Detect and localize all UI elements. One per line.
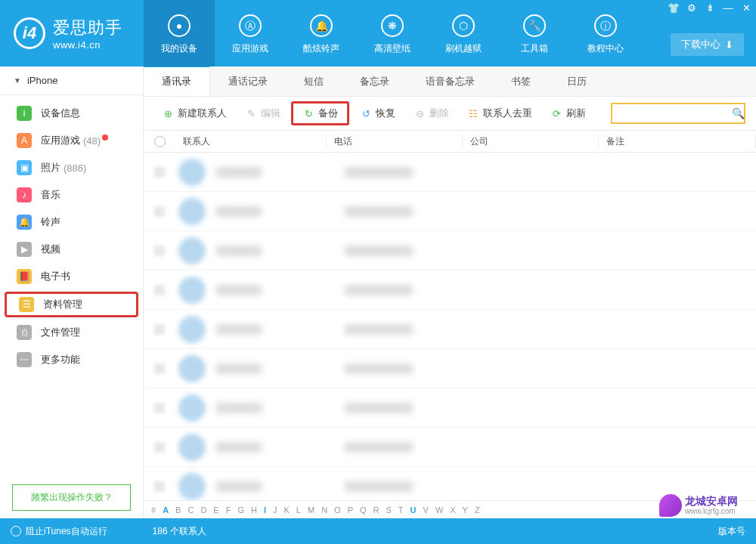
alpha-S[interactable]: S	[386, 505, 392, 515]
sidebar-item-铃声[interactable]: 🔔铃声	[0, 209, 143, 236]
table-row[interactable]	[144, 231, 756, 270]
dropdown-icon[interactable]: ⇟	[703, 2, 717, 14]
sub-tab-1[interactable]: 通话记录	[210, 66, 286, 96]
alpha-W[interactable]: W	[435, 505, 443, 515]
table-row[interactable]	[144, 153, 756, 192]
refresh-button[interactable]: ⟳ 刷新	[543, 104, 593, 123]
avatar	[178, 277, 206, 304]
info-icon: ⓘ	[592, 12, 619, 39]
wrench-icon: 🔧	[521, 12, 548, 39]
sidebar-item-更多功能[interactable]: ⋯更多功能	[0, 346, 143, 373]
avatar	[178, 316, 206, 343]
avatar	[178, 394, 206, 422]
alpha-H[interactable]: H	[251, 505, 257, 515]
col-note[interactable]: 备注	[599, 135, 756, 148]
alpha-#[interactable]: #	[151, 505, 156, 515]
alpha-T[interactable]: T	[398, 505, 404, 515]
help-link[interactable]: 频繁出现操作失败？	[12, 484, 131, 511]
nav-tab-apple[interactable]: ●我的设备	[144, 0, 215, 66]
col-contact[interactable]: 联系人	[175, 135, 327, 148]
itunes-toggle[interactable]: 阻止iTunes自动运行	[26, 525, 107, 538]
notification-dot	[102, 134, 108, 141]
alpha-D[interactable]: D	[200, 505, 206, 515]
table-row[interactable]	[144, 388, 756, 428]
alpha-A[interactable]: A	[163, 505, 169, 515]
toggle-icon[interactable]	[11, 526, 21, 536]
alpha-Y[interactable]: Y	[463, 505, 468, 515]
backup-button[interactable]: ↻ 备份	[291, 101, 349, 125]
nav-tabs: ●我的设备Ⓐ应用游戏🔔酷炫铃声❋高清壁纸⬡刷机越狱🔧工具箱ⓘ教程中心	[144, 0, 756, 66]
alpha-E[interactable]: E	[213, 505, 218, 515]
alpha-L[interactable]: L	[296, 505, 301, 515]
nav-tab-app[interactable]: Ⓐ应用游戏	[215, 0, 286, 66]
sidebar-item-资料管理[interactable]: ☰资料管理	[5, 292, 138, 317]
backup-icon: ↻	[302, 107, 314, 119]
gear-icon[interactable]: ⚙	[685, 2, 699, 14]
sidebar-item-应用游戏[interactable]: A应用游戏(48)	[0, 127, 143, 154]
search-box[interactable]: 🔍	[611, 103, 745, 124]
new-contact-button[interactable]: ⊕ 新建联系人	[154, 104, 234, 123]
table-row[interactable]	[144, 192, 756, 231]
table-row[interactable]	[144, 349, 756, 388]
window-controls: 👕 ⚙ ⇟ — ✕	[667, 2, 753, 14]
col-company[interactable]: 公司	[463, 135, 599, 148]
alpha-N[interactable]: N	[321, 505, 327, 515]
select-all-checkbox[interactable]	[154, 136, 166, 147]
sidebar-item-电子书[interactable]: 📕电子书	[0, 263, 143, 290]
alpha-J[interactable]: J	[273, 505, 277, 515]
restore-button[interactable]: ↺ 恢复	[352, 104, 403, 123]
alpha-Q[interactable]: Q	[360, 505, 367, 515]
sidebar-icon: 🔔	[17, 215, 32, 230]
alpha-U[interactable]: U	[411, 505, 417, 515]
nav-tab-info[interactable]: ⓘ教程中心	[570, 0, 641, 66]
alpha-C[interactable]: C	[187, 505, 194, 515]
sidebar-item-设备信息[interactable]: i设备信息	[0, 100, 143, 127]
nav-tab-flower[interactable]: ❋高清壁纸	[357, 0, 428, 66]
edit-button[interactable]: ✎ 编辑	[237, 104, 288, 123]
alpha-R[interactable]: R	[373, 505, 380, 515]
alpha-O[interactable]: O	[334, 505, 341, 515]
sub-tab-2[interactable]: 短信	[286, 66, 342, 96]
table-row[interactable]	[144, 467, 756, 500]
status-bar: 阻止iTunes自动运行 186 个联系人 版本号	[0, 518, 756, 544]
dedupe-button[interactable]: ☷ 联系人去重	[460, 104, 540, 123]
sub-tab-3[interactable]: 备忘录	[342, 66, 407, 96]
alpha-I[interactable]: I	[264, 505, 266, 515]
apple-icon: ●	[166, 12, 193, 39]
search-input[interactable]	[618, 108, 732, 119]
sub-tab-4[interactable]: 语音备忘录	[407, 66, 493, 96]
close-button[interactable]: ✕	[739, 2, 753, 14]
col-phone[interactable]: 电话	[327, 135, 463, 148]
alpha-B[interactable]: B	[175, 505, 181, 515]
nav-tab-box[interactable]: ⬡刷机越狱	[428, 0, 499, 66]
delete-button[interactable]: ⊖ 删除	[406, 104, 457, 123]
table-row[interactable]	[144, 270, 756, 310]
table-row[interactable]	[144, 428, 756, 467]
alpha-K[interactable]: K	[284, 505, 289, 515]
sidebar-item-视频[interactable]: ▶视频	[0, 236, 143, 263]
avatar	[178, 355, 206, 382]
sub-tab-6[interactable]: 日历	[549, 66, 605, 96]
minimize-button[interactable]: —	[721, 2, 735, 14]
table-row[interactable]	[144, 310, 756, 349]
sidebar-item-照片[interactable]: ▣照片(886)	[0, 154, 143, 181]
nav-tab-wrench[interactable]: 🔧工具箱	[499, 0, 570, 66]
alpha-M[interactable]: M	[308, 505, 314, 515]
alpha-P[interactable]: P	[348, 505, 353, 515]
sidebar-item-音乐[interactable]: ♪音乐	[0, 181, 143, 209]
sub-tab-0[interactable]: 通讯录	[144, 66, 210, 96]
svg-text:🔧: 🔧	[528, 20, 542, 32]
toolbar: ⊕ 新建联系人 ✎ 编辑 ↻ 备份 ↺ 恢复 ⊖ 删除 ☷ 联系人去重	[144, 97, 756, 130]
device-selector[interactable]: ▼ iPhone	[0, 66, 143, 95]
sidebar-item-文件管理[interactable]: ⎙文件管理	[0, 319, 143, 346]
sub-tab-5[interactable]: 书签	[493, 66, 549, 96]
alpha-F[interactable]: F	[226, 505, 231, 515]
tshirt-icon[interactable]: 👕	[667, 2, 680, 14]
nav-tab-bell[interactable]: 🔔酷炫铃声	[286, 0, 357, 66]
alpha-X[interactable]: X	[450, 505, 455, 515]
download-center-button[interactable]: 下载中心 ⬇	[671, 33, 744, 56]
alpha-V[interactable]: V	[423, 505, 429, 515]
alpha-Z[interactable]: Z	[475, 505, 480, 515]
app-url: www.i4.cn	[53, 39, 122, 51]
alpha-G[interactable]: G	[237, 505, 244, 515]
